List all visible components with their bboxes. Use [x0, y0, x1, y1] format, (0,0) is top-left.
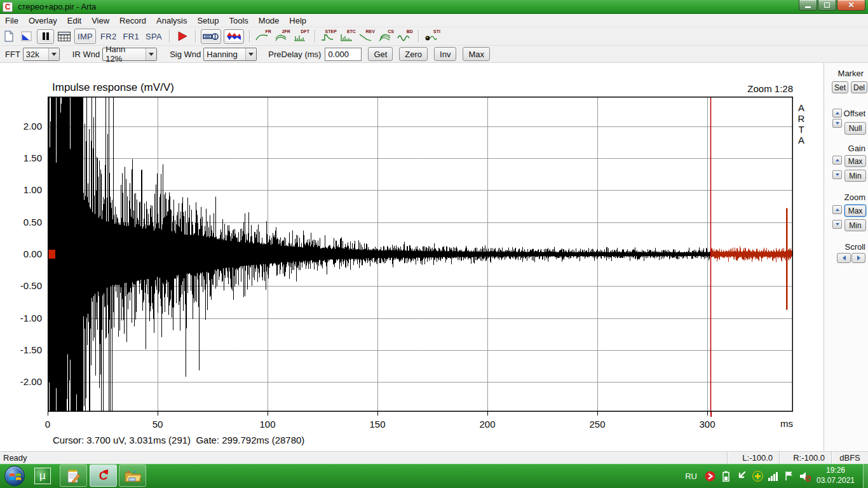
battery-icon[interactable]: [720, 470, 731, 482]
sti-measurement-button[interactable]: STI: [424, 29, 440, 43]
arta-taskbar-button[interactable]: C: [90, 464, 117, 487]
pause-button[interactable]: [37, 29, 54, 44]
table-button[interactable]: [57, 29, 72, 44]
scroll-left-button[interactable]: [837, 253, 851, 263]
x-axis-tick: [487, 412, 488, 416]
window-title: стерео+apo.pir - Arta: [18, 2, 96, 11]
menu-item-view[interactable]: View: [86, 15, 114, 27]
restore-icon: [824, 3, 830, 8]
offset-down-spinner[interactable]: [832, 119, 842, 128]
burst-decay-button[interactable]: BD: [397, 29, 413, 43]
inv-button[interactable]: Inv: [434, 47, 456, 61]
cumulative-spectrum-button[interactable]: CS: [377, 29, 394, 43]
level-unit-label: dBFS: [831, 452, 868, 464]
decay-curve-icon: [359, 33, 372, 42]
new-file-button[interactable]: [1, 29, 17, 44]
down-arrow-icon: [836, 223, 839, 226]
minimize-icon: [805, 6, 811, 8]
gain-max-button[interactable]: Max: [844, 155, 866, 167]
view-mode-fr1-button[interactable]: FR1: [119, 32, 142, 41]
marker-section-label: Marker: [825, 69, 864, 78]
step-response-button[interactable]: STEP: [320, 29, 337, 43]
view-mode-fr2-button[interactable]: FR2: [97, 32, 119, 41]
zoom-max-button[interactable]: Max: [844, 205, 866, 217]
2fr-curves-icon: [275, 33, 287, 42]
view-mode-imp-button[interactable]: IMP: [74, 29, 96, 44]
down-arrow-icon: [836, 173, 839, 176]
offset-null-button[interactable]: Null: [844, 122, 866, 135]
overlay-button[interactable]: [19, 29, 34, 44]
menu-item-record[interactable]: Record: [114, 15, 151, 27]
sig-window-dropdown-arrow: [245, 48, 256, 60]
volume-muted-icon[interactable]: [799, 470, 811, 482]
antivirus-tray-icon[interactable]: [752, 470, 763, 482]
y-tick-label: 0.00: [4, 248, 42, 259]
y-tick-label: 0.50: [4, 217, 42, 227]
utorrent-taskbar-icon[interactable]: µ: [33, 466, 52, 485]
marker-set-button[interactable]: Set: [832, 81, 848, 93]
windows-logo-icon: [9, 471, 22, 482]
notepad-taskbar-button[interactable]: [60, 464, 87, 487]
minimize-button[interactable]: [799, 0, 817, 11]
network-signal-icon[interactable]: [768, 470, 779, 482]
microphone-icon: [203, 32, 219, 41]
zoom-up-spinner[interactable]: [832, 205, 842, 214]
taskbar-clock[interactable]: 19:26 03.07.2021: [812, 465, 859, 487]
gain-up-spinner[interactable]: [832, 156, 842, 165]
show-hidden-icons-arrow[interactable]: [736, 470, 747, 482]
zoom-min-button[interactable]: Min: [844, 219, 866, 231]
menu-item-analysis[interactable]: Analysis: [151, 15, 192, 27]
explorer-taskbar-button[interactable]: [119, 464, 146, 487]
down-arrow-icon: [836, 122, 839, 125]
predelay-input[interactable]: [325, 48, 362, 61]
menu-item-edit[interactable]: Edit: [62, 15, 86, 27]
step-curve-icon: [321, 33, 334, 42]
table-icon: [58, 32, 71, 41]
play-button[interactable]: [175, 29, 190, 44]
show-desktop-button[interactable]: [863, 464, 868, 488]
tray-app-red-icon[interactable]: [704, 470, 715, 482]
gain-min-button[interactable]: Min: [844, 170, 866, 182]
system-tray: RU: [685, 464, 811, 488]
x-tick-label: 0: [32, 419, 64, 430]
gain-section-label: Gain: [827, 144, 865, 153]
fr-analysis-button[interactable]: FR: [255, 29, 271, 43]
signal-generator-icon: [226, 31, 241, 41]
action-center-flag-icon[interactable]: [783, 470, 795, 482]
menu-item-mode[interactable]: Mode: [254, 15, 285, 27]
status-ready-text: Ready: [0, 453, 727, 463]
main-toolbar: IMP FR2 FR1 SPA FR 2FR DFT STEP: [0, 27, 868, 45]
right-level-meter: R:-100.0: [779, 452, 831, 464]
signal-generator-toggle-button[interactable]: [224, 29, 244, 44]
x-tick-label: 250: [581, 419, 613, 430]
start-button[interactable]: [4, 466, 25, 486]
menu-item-overlay[interactable]: Overlay: [24, 15, 62, 27]
dft-analysis-button[interactable]: DFT: [293, 29, 309, 43]
menu-item-file[interactable]: File: [0, 15, 24, 27]
reverberation-button[interactable]: REV: [358, 29, 375, 43]
zero-button[interactable]: Zero: [399, 47, 428, 61]
zoom-down-spinner[interactable]: [832, 220, 842, 229]
etc-bars-icon: [340, 33, 353, 42]
close-button[interactable]: ✕: [837, 0, 865, 11]
impulse-response-plot[interactable]: [48, 97, 793, 412]
language-indicator[interactable]: RU: [685, 471, 697, 481]
restore-button[interactable]: [818, 0, 836, 11]
get-button[interactable]: Get: [368, 47, 393, 61]
fft-size-select[interactable]: 32k: [23, 48, 60, 61]
2fr-analysis-button[interactable]: 2FR: [274, 29, 290, 43]
menu-item-tools[interactable]: Tools: [224, 15, 253, 27]
chart-title: Impulse response (mV/V): [52, 81, 174, 94]
etc-curve-button[interactable]: ETC: [339, 29, 356, 43]
gain-down-spinner[interactable]: [832, 170, 842, 179]
ir-window-select[interactable]: Hann 12%: [102, 48, 157, 61]
watermark-letter: A: [796, 135, 806, 146]
marker-del-button[interactable]: Del: [851, 81, 867, 93]
menu-item-setup[interactable]: Setup: [192, 15, 224, 27]
scroll-right-button[interactable]: [851, 253, 865, 263]
menu-item-help[interactable]: Help: [284, 15, 311, 27]
sig-window-select[interactable]: Hanning: [203, 48, 257, 61]
view-mode-spa-button[interactable]: SPA: [142, 32, 165, 41]
microphone-toggle-button[interactable]: [201, 29, 221, 44]
max-button[interactable]: Max: [463, 47, 490, 61]
